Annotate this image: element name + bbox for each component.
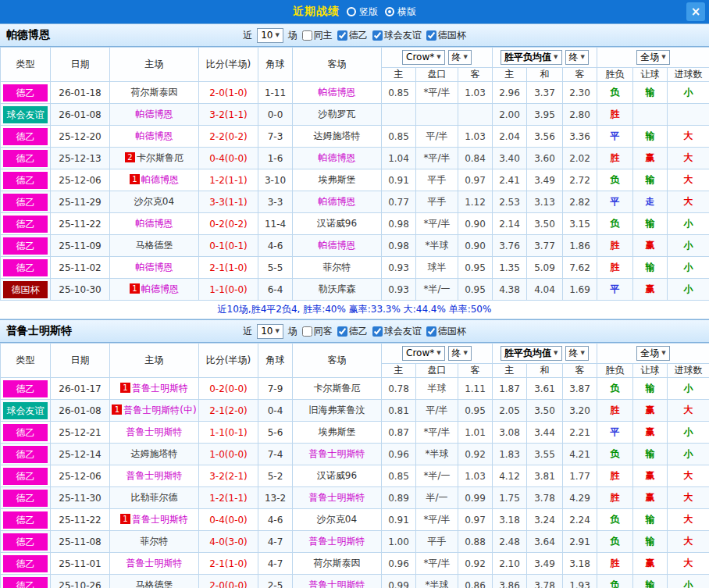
- home-team-name[interactable]: 普鲁士明斯特(中): [123, 404, 196, 415]
- away-team-cell[interactable]: 埃弗斯堡: [293, 169, 382, 191]
- home-team-cell[interactable]: 达姆施塔特: [110, 444, 199, 465]
- checkbox-input[interactable]: [302, 30, 312, 41]
- score-cell[interactable]: 3-2(1-1): [199, 104, 258, 126]
- score-cell[interactable]: 0-4(0-0): [199, 509, 258, 531]
- close-button[interactable]: ×: [686, 2, 705, 21]
- away-team-name[interactable]: 帕德博恩: [319, 240, 356, 251]
- home-team-name[interactable]: 帕德博恩: [136, 109, 173, 119]
- away-team-cell[interactable]: 帕德博恩: [293, 191, 382, 213]
- away-team-cell[interactable]: 卡尔斯鲁厄: [293, 378, 382, 400]
- away-team-cell[interactable]: 勒沃库森: [293, 279, 382, 301]
- home-team-cell[interactable]: 马格德堡: [110, 235, 199, 257]
- home-team-name[interactable]: 普鲁士明斯特: [126, 426, 183, 437]
- away-team-name[interactable]: 帕德博恩: [319, 152, 356, 163]
- home-team-name[interactable]: 比勒菲尔德: [131, 492, 178, 503]
- home-team-name[interactable]: 帕德博恩: [136, 218, 173, 229]
- away-team-name[interactable]: 普鲁士明斯特: [309, 579, 365, 588]
- friendly-checkbox[interactable]: 球会友谊: [372, 325, 422, 338]
- home-team-cell[interactable]: 菲尔特: [110, 531, 199, 553]
- score-cell[interactable]: 1-0(0-0): [199, 444, 258, 465]
- away-team-cell[interactable]: 汉诺威96: [293, 213, 382, 235]
- home-team-name[interactable]: 普鲁士明斯特: [126, 470, 183, 481]
- away-team-cell[interactable]: 帕德博恩: [293, 235, 382, 257]
- away-team-cell[interactable]: 普鲁士明斯特: [293, 531, 382, 553]
- home-team-name[interactable]: 马格德堡: [136, 579, 173, 588]
- landscape-radio[interactable]: 横版: [385, 5, 416, 19]
- away-team-name[interactable]: 荷尔斯泰因: [314, 558, 361, 568]
- away-team-name[interactable]: 达姆施塔特: [314, 130, 361, 141]
- home-team-cell[interactable]: 沙尔克04: [110, 191, 199, 213]
- score-cell[interactable]: 1-1(0-0): [199, 279, 258, 301]
- checkbox-input[interactable]: [372, 30, 383, 41]
- home-team-name[interactable]: 荷尔斯泰因: [131, 87, 178, 98]
- score-cell[interactable]: 2-1(1-0): [199, 553, 258, 575]
- home-team-cell[interactable]: 普鲁士明斯特: [110, 422, 199, 444]
- away-team-cell[interactable]: 旧海弗莱鲁汶: [293, 400, 382, 422]
- away-team-cell[interactable]: 帕德博恩: [293, 148, 382, 169]
- score-cell[interactable]: 0-2(0-2): [199, 213, 258, 235]
- checkbox-input[interactable]: [337, 326, 347, 337]
- away-team-cell[interactable]: 埃弗斯堡: [293, 422, 382, 444]
- home-team-cell[interactable]: 比勒菲尔德: [110, 487, 199, 509]
- away-team-cell[interactable]: 普鲁士明斯特: [293, 444, 382, 465]
- away-team-cell[interactable]: 普鲁士明斯特: [293, 487, 382, 509]
- away-team-name[interactable]: 沙勒罗瓦: [319, 109, 356, 119]
- away-team-name[interactable]: 埃弗斯堡: [319, 174, 356, 185]
- home-team-name[interactable]: 达姆施塔特: [131, 448, 178, 459]
- away-team-cell[interactable]: 帕德博恩: [293, 82, 382, 104]
- checkbox-input[interactable]: [426, 30, 436, 41]
- home-team-cell[interactable]: 帕德博恩: [110, 104, 199, 126]
- cup-checkbox[interactable]: 德国杯: [426, 325, 466, 338]
- fullmatch-select[interactable]: 全场▼: [636, 50, 669, 65]
- home-team-cell[interactable]: 1普鲁士明斯特(中): [110, 400, 199, 422]
- league-checkbox[interactable]: 德乙: [337, 325, 368, 338]
- away-team-cell[interactable]: 菲尔特: [293, 257, 382, 279]
- same-venue-checkbox[interactable]: 同客: [302, 325, 333, 338]
- home-team-cell[interactable]: 1普鲁士明斯特: [110, 509, 199, 531]
- away-team-name[interactable]: 普鲁士明斯特: [309, 536, 365, 547]
- away-team-cell[interactable]: 荷尔斯泰因: [293, 553, 382, 575]
- checkbox-input[interactable]: [426, 326, 436, 337]
- home-team-name[interactable]: 普鲁士明斯特: [132, 383, 188, 394]
- home-team-name[interactable]: 帕德博恩: [141, 174, 179, 185]
- friendly-checkbox[interactable]: 球会友谊: [372, 29, 422, 42]
- checkbox-input[interactable]: [302, 326, 312, 337]
- score-cell[interactable]: 1-2(1-1): [199, 169, 258, 191]
- away-team-name[interactable]: 菲尔特: [323, 262, 351, 273]
- same-venue-checkbox[interactable]: 同主: [302, 29, 333, 42]
- score-cell[interactable]: 2-1(1-0): [199, 257, 258, 279]
- away-team-name[interactable]: 帕德博恩: [319, 87, 356, 98]
- home-team-name[interactable]: 普鲁士明斯特: [126, 558, 183, 568]
- away-team-cell[interactable]: 达姆施塔特: [293, 126, 382, 148]
- home-team-cell[interactable]: 1帕德博恩: [110, 169, 199, 191]
- home-team-cell[interactable]: 帕德博恩: [110, 257, 199, 279]
- away-team-name[interactable]: 卡尔斯鲁厄: [314, 383, 361, 394]
- score-cell[interactable]: 4-0(3-0): [199, 531, 258, 553]
- away-team-cell[interactable]: 沙勒罗瓦: [293, 104, 382, 126]
- away-team-name[interactable]: 普鲁士明斯特: [309, 448, 365, 459]
- recent-count-select[interactable]: 10▼: [257, 324, 283, 339]
- score-cell[interactable]: 3-2(2-1): [199, 465, 258, 487]
- home-team-name[interactable]: 帕德博恩: [136, 130, 173, 141]
- home-team-name[interactable]: 帕德博恩: [136, 262, 173, 273]
- score-cell[interactable]: 1-1(0-1): [199, 422, 258, 444]
- away-team-name[interactable]: 埃弗斯堡: [319, 426, 356, 437]
- bookmaker-select[interactable]: Crow*▼: [402, 50, 445, 65]
- recent-count-select[interactable]: 10▼: [257, 28, 283, 43]
- score-cell[interactable]: 3-3(1-1): [199, 191, 258, 213]
- portrait-radio[interactable]: 竖版: [347, 5, 378, 19]
- score-cell[interactable]: 1-2(1-1): [199, 487, 258, 509]
- league-checkbox[interactable]: 德乙: [337, 29, 368, 42]
- away-team-cell[interactable]: 沙尔克04: [293, 509, 382, 531]
- score-cell[interactable]: 0-2(0-0): [199, 378, 258, 400]
- final-odds-select[interactable]: 终▼: [448, 50, 472, 65]
- home-team-cell[interactable]: 1帕德博恩: [110, 279, 199, 301]
- away-team-name[interactable]: 汉诺威96: [317, 218, 357, 229]
- away-team-name[interactable]: 普鲁士明斯特: [309, 492, 365, 503]
- home-team-name[interactable]: 马格德堡: [136, 240, 173, 251]
- score-cell[interactable]: 2-0(0-0): [199, 575, 258, 588]
- final-odds-select[interactable]: 终▼: [448, 346, 472, 361]
- home-team-cell[interactable]: 2卡尔斯鲁厄: [110, 148, 199, 169]
- home-team-cell[interactable]: 马格德堡: [110, 575, 199, 588]
- final-avg-select[interactable]: 终▼: [565, 346, 589, 361]
